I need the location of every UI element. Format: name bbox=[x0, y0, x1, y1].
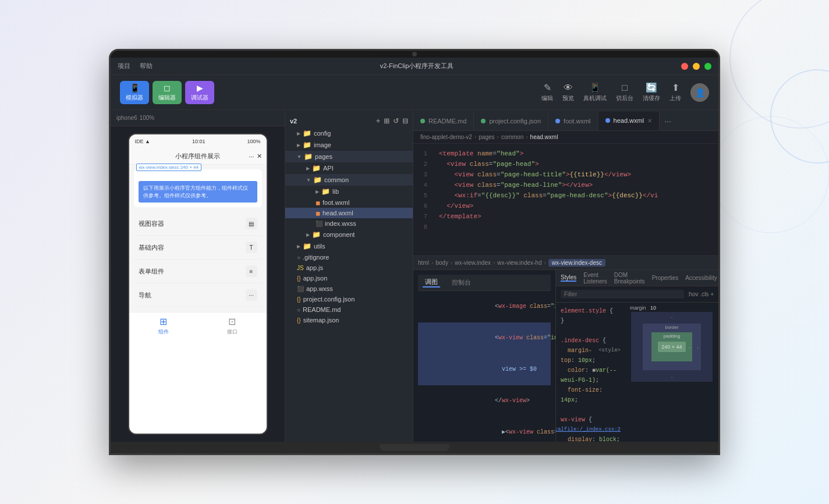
real-device-action[interactable]: 📱 真机调试 bbox=[583, 82, 607, 102]
box-model-border: border - padding - 2 bbox=[643, 324, 701, 370]
background-label: 切后台 bbox=[616, 94, 633, 102]
tree-item-app-json[interactable]: {} app.json bbox=[285, 273, 413, 283]
tree-item-index-wxss[interactable]: ⬛ index.wxss bbox=[285, 218, 413, 229]
phone-menu-item-1[interactable]: 基础内容 T bbox=[134, 236, 262, 260]
new-folder-icon[interactable]: ⊞ bbox=[384, 117, 389, 125]
code-line-5: 5 <wx:if="{{desc}}" class="page-head-des… bbox=[413, 190, 718, 201]
background-icon: □ bbox=[622, 83, 628, 93]
dom-line-5: ▶<wx-view class="index-bd">_</wx-view> bbox=[418, 417, 551, 442]
tab-dom-debug[interactable]: 调图 bbox=[423, 278, 440, 288]
tree-item-pages[interactable]: ▼ 📁 pages bbox=[285, 151, 413, 162]
styles-tab-a11y[interactable]: Accessibility bbox=[685, 275, 717, 281]
border-label: border bbox=[665, 325, 678, 330]
styles-tab-events[interactable]: Event Listeners bbox=[583, 272, 607, 285]
laptop-top: 项目 帮助 v2-FinClip小程序开发工具 bbox=[111, 51, 718, 442]
margin-top-label: - bbox=[671, 314, 673, 320]
tree-item-image[interactable]: ▶ 📁 image bbox=[285, 139, 413, 151]
folder-icon: 📁 bbox=[303, 242, 311, 250]
tree-item-config[interactable]: ▶ 📁 config bbox=[285, 127, 413, 139]
chevron-down-icon: ▼ bbox=[306, 178, 311, 183]
close-button[interactable] bbox=[681, 63, 688, 70]
json-file-icon: {} bbox=[297, 275, 301, 282]
debugger-button[interactable]: ▶ 调试器 bbox=[185, 81, 214, 104]
maximize-button[interactable] bbox=[704, 63, 711, 70]
tab-readme[interactable]: README.md bbox=[413, 112, 474, 130]
tab-console[interactable]: 控制台 bbox=[449, 278, 473, 287]
file-tree-header: v2 + ⊞ ↺ ⊟ bbox=[285, 115, 413, 127]
border-right-label: - bbox=[697, 345, 699, 350]
phone-tab-api[interactable]: ⊡ 接口 bbox=[198, 313, 267, 339]
tree-item-sitemap[interactable]: {} sitemap.json bbox=[285, 315, 413, 325]
code-line-6: 6 </view> bbox=[413, 201, 718, 211]
component-tab-icon: ⊞ bbox=[160, 316, 167, 327]
editor-button[interactable]: ◻ 编辑器 bbox=[153, 81, 182, 104]
tree-label: lib bbox=[332, 188, 339, 195]
phone-menu-item-3[interactable]: 导航 ··· bbox=[134, 283, 262, 307]
dom-bc-wx-view-desc[interactable]: wx-view.index-desc bbox=[548, 259, 605, 267]
tree-item-utils[interactable]: ▶ 📁 utils bbox=[285, 240, 413, 252]
tree-item-head-wxml[interactable]: ◼ head.wxml bbox=[285, 208, 413, 218]
background-action[interactable]: □ 切后台 bbox=[616, 83, 633, 102]
breadcrumb-sep-0: › bbox=[474, 134, 476, 140]
phone-battery: 100% bbox=[247, 139, 260, 144]
styles-tab-styles[interactable]: Styles bbox=[561, 274, 576, 282]
collapse-icon[interactable]: ⊟ bbox=[402, 117, 408, 125]
dom-viewer[interactable]: 调图 控制台 <wx-image class="index-logo" src=… bbox=[413, 270, 555, 442]
tab-head-icon bbox=[605, 118, 610, 123]
phone-dots-icon[interactable]: ··· bbox=[249, 153, 254, 160]
folder-icon: 📁 bbox=[313, 176, 322, 184]
menu-item-help[interactable]: 帮助 bbox=[140, 62, 153, 70]
tab-project-config[interactable]: project.config.json bbox=[474, 112, 548, 130]
dom-bc-wx-view-hd[interactable]: wx-view.index-hd bbox=[497, 260, 541, 266]
styles-tab-dom-bp[interactable]: DOM Breakpoints bbox=[614, 272, 645, 285]
tree-item-project-config[interactable]: {} project.config.json bbox=[285, 294, 413, 304]
tree-item-app-js[interactable]: JS app.js bbox=[285, 262, 413, 273]
edit-action[interactable]: ✎ 编辑 bbox=[541, 82, 553, 102]
minimize-button[interactable] bbox=[693, 63, 700, 70]
tree-item-common[interactable]: ▼ 📁 common bbox=[285, 174, 413, 186]
clear-cache-label: 清缓存 bbox=[643, 94, 660, 102]
dom-bc-wx-view-index[interactable]: wx-view.index bbox=[455, 260, 491, 266]
tree-item-api[interactable]: ▶ 📁 API bbox=[285, 162, 413, 174]
simulator-button[interactable]: 📱 模拟器 bbox=[120, 81, 149, 104]
phone-close-icon[interactable]: ✕ bbox=[257, 152, 262, 160]
refresh-icon[interactable]: ↺ bbox=[393, 117, 399, 125]
main-area: iphone6 100% IDE ▲ 10:01 100% bbox=[111, 110, 718, 442]
root-folder-label: v2 bbox=[290, 118, 297, 125]
clear-cache-action[interactable]: 🔄 清缓存 bbox=[643, 82, 660, 102]
user-avatar[interactable]: 👤 bbox=[690, 83, 709, 102]
styles-panel-tabs: Styles Event Listeners DOM Breakpoints P… bbox=[556, 270, 718, 286]
tree-item-gitignore[interactable]: ○ .gitignore bbox=[285, 252, 413, 262]
close-tab-icon[interactable]: ✕ bbox=[647, 118, 652, 124]
phone-tab-component[interactable]: ⊞ 组件 bbox=[129, 313, 198, 339]
tree-item-foot-wxml[interactable]: ◼ foot.wxml bbox=[285, 197, 413, 208]
preview-action[interactable]: 👁 预览 bbox=[562, 83, 574, 102]
new-file-icon[interactable]: + bbox=[376, 117, 380, 125]
phone-menu-item-0[interactable]: 视图容器 ▤ bbox=[134, 212, 262, 236]
styles-tab-props[interactable]: Properties bbox=[652, 275, 679, 281]
tree-item-lib[interactable]: ▶ 📁 lib bbox=[285, 186, 413, 197]
tab-foot-wxml[interactable]: foot.wxml bbox=[548, 112, 598, 130]
tree-item-component[interactable]: ▶ 📁 component bbox=[285, 229, 413, 240]
tab-foot-icon bbox=[555, 119, 560, 123]
dom-bc-html[interactable]: html bbox=[418, 260, 429, 266]
tree-label: head.wxml bbox=[323, 210, 353, 216]
editor-tabs: README.md project.config.json foot.wxml bbox=[413, 110, 718, 131]
xml-file-icon: ◼ bbox=[316, 200, 320, 206]
tree-item-readme[interactable]: ○ README.md bbox=[285, 304, 413, 315]
menu-item-project[interactable]: 项目 bbox=[118, 62, 130, 70]
menu-icon-1: T bbox=[246, 242, 257, 253]
phone-menu-item-2[interactable]: 表单组件 ≡ bbox=[134, 260, 262, 283]
toolbar-actions: ✎ 编辑 👁 预览 📱 真机调试 bbox=[541, 82, 709, 102]
dom-bc-body[interactable]: body bbox=[435, 260, 448, 266]
title-bar: 项目 帮助 v2-FinClip小程序开发工具 bbox=[111, 58, 718, 75]
component-box: wx-view.index-desc 240 × 44 以下用展示小程序官方组件… bbox=[134, 169, 262, 207]
tab-head-wxml[interactable]: head.wxml ✕ bbox=[598, 112, 660, 130]
tree-item-app-wxss[interactable]: ⬛ app.wxss bbox=[285, 283, 413, 294]
file-tree-actions: + ⊞ ↺ ⊟ bbox=[376, 117, 408, 125]
upload-action[interactable]: ⬆ 上传 bbox=[669, 82, 681, 102]
more-tabs-button[interactable]: ··· bbox=[660, 112, 676, 130]
code-editor[interactable]: 1 <template name="head"> 2 <view class="… bbox=[413, 144, 718, 255]
styles-filter-input[interactable] bbox=[561, 290, 684, 299]
title-bar-menu: 项目 帮助 bbox=[118, 62, 153, 70]
